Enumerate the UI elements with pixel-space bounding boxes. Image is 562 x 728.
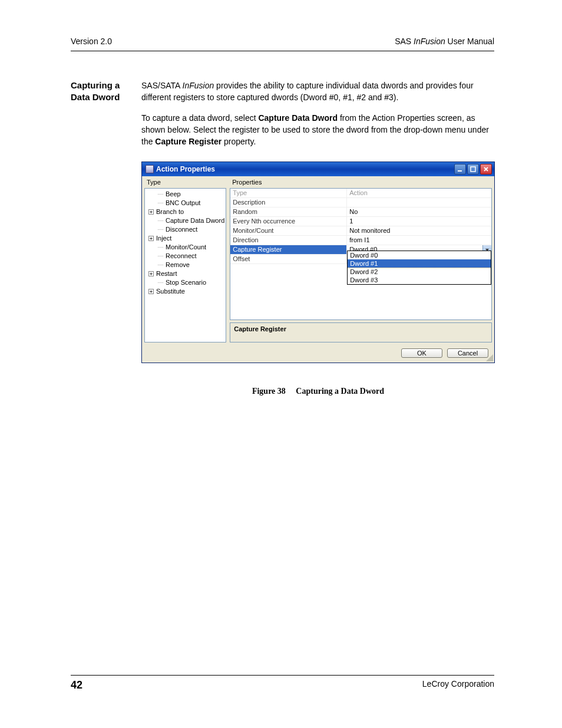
tree-item[interactable]: Beep: [146, 190, 224, 199]
action-properties-dialog: Action Properties Type B: [141, 162, 495, 363]
property-name: Direction: [230, 236, 347, 245]
expand-icon[interactable]: +: [148, 289, 154, 294]
property-name: Description: [230, 198, 347, 207]
tree-item[interactable]: +Branch to: [146, 207, 224, 216]
property-name: Random: [230, 207, 347, 217]
tree-item-label: Stop Scenario: [166, 278, 206, 287]
dropdown-option[interactable]: Dword #3: [348, 276, 491, 284]
header-version: Version 2.0: [71, 37, 112, 46]
property-value[interactable]: No: [347, 207, 491, 217]
expand-icon[interactable]: +: [148, 271, 154, 276]
resize-grip-icon[interactable]: [486, 354, 493, 361]
figure-caption: Figure 38 Capturing a Data Dword: [141, 387, 495, 396]
page-footer: 42 LeCroy Corporation: [71, 675, 494, 691]
tree-item[interactable]: +Restart: [146, 269, 224, 278]
dropdown-option[interactable]: Dword #2: [348, 268, 491, 276]
property-row[interactable]: Monitor/CountNot monitored: [230, 226, 491, 236]
footer-company: LeCroy Corporation: [422, 679, 494, 691]
expand-icon[interactable]: +: [148, 209, 154, 215]
header-manual: SAS InFusion User Manual: [395, 37, 494, 46]
tree-item-label: Inject: [156, 234, 171, 243]
property-row[interactable]: Description: [230, 198, 491, 207]
tree-item-label: Capture Data Dword: [166, 216, 224, 225]
paragraph-1: SAS/SATA InFusion provides the ability t…: [141, 80, 494, 104]
page-number: 42: [71, 679, 82, 691]
tree-item[interactable]: Disconnect: [146, 225, 224, 234]
app-icon: [146, 165, 154, 173]
tree-item[interactable]: Stop Scenario: [146, 278, 224, 287]
minimize-button[interactable]: [454, 164, 466, 174]
property-row[interactable]: TypeAction: [230, 189, 491, 198]
property-name: Type: [230, 189, 347, 198]
properties-panel-label: Properties: [230, 177, 492, 188]
property-value[interactable]: Not monitored: [347, 226, 491, 236]
tree-item-label: Beep: [166, 190, 181, 199]
paragraph-2: To capture a data dword, select Capture …: [141, 112, 494, 148]
tree-item-label: Remove: [166, 261, 190, 269]
tree-item-label: Monitor/Count: [166, 243, 206, 252]
titlebar[interactable]: Action Properties: [142, 162, 494, 176]
dialog-title: Action Properties: [156, 165, 215, 173]
tree-item-label: BNC Output: [166, 199, 200, 207]
property-name: Every Nth occurrence: [230, 217, 347, 226]
property-value[interactable]: 1: [347, 217, 491, 226]
tree-item-label: Branch to: [156, 207, 184, 216]
property-value[interactable]: [347, 198, 491, 207]
property-name: Monitor/Count: [230, 226, 347, 236]
properties-grid[interactable]: TypeActionDescriptionRandomNoEvery Nth o…: [230, 188, 492, 320]
maximize-button[interactable]: [467, 164, 479, 174]
property-value[interactable]: Action: [347, 189, 491, 198]
tree-item[interactable]: BNC Output: [146, 199, 224, 207]
property-value[interactable]: from I1: [347, 236, 491, 245]
property-row[interactable]: RandomNo: [230, 207, 491, 217]
tree-item[interactable]: Reconnect: [146, 252, 224, 261]
type-tree[interactable]: BeepBNC Output+Branch toCapture Data Dwo…: [144, 188, 226, 342]
section-title: Capturing a Data Dword: [71, 80, 130, 156]
tree-item[interactable]: Capture Data Dword: [146, 216, 224, 225]
svg-rect-1: [471, 167, 475, 172]
property-description: Capture Register: [230, 322, 492, 342]
tree-item-label: Substitute: [156, 287, 185, 296]
ok-button[interactable]: OK: [401, 348, 442, 358]
type-panel-label: Type: [144, 177, 226, 188]
property-row[interactable]: Every Nth occurrence1: [230, 217, 491, 226]
property-row[interactable]: Directionfrom I1: [230, 236, 491, 245]
close-button[interactable]: [480, 164, 492, 174]
tree-item[interactable]: +Inject: [146, 234, 224, 243]
tree-item-label: Reconnect: [166, 252, 197, 261]
tree-item-label: Restart: [156, 269, 177, 278]
svg-rect-0: [458, 170, 462, 172]
cancel-button[interactable]: Cancel: [447, 348, 488, 358]
dropdown-option[interactable]: Dword #1: [348, 259, 491, 268]
tree-item[interactable]: Monitor/Count: [146, 243, 224, 252]
property-name: Capture Register: [230, 245, 347, 255]
tree-item[interactable]: Remove: [146, 261, 224, 269]
tree-item-label: Disconnect: [166, 225, 197, 234]
property-name: Offset: [230, 255, 347, 264]
dropdown-option[interactable]: Dword #0: [348, 251, 491, 259]
tree-item[interactable]: +Substitute: [146, 287, 224, 296]
capture-register-dropdown[interactable]: Dword #0Dword #1Dword #2Dword #3: [347, 251, 491, 285]
expand-icon[interactable]: +: [148, 236, 154, 241]
page-header: Version 2.0 SAS InFusion User Manual: [71, 37, 494, 51]
section-body: SAS/SATA InFusion provides the ability t…: [141, 80, 494, 156]
